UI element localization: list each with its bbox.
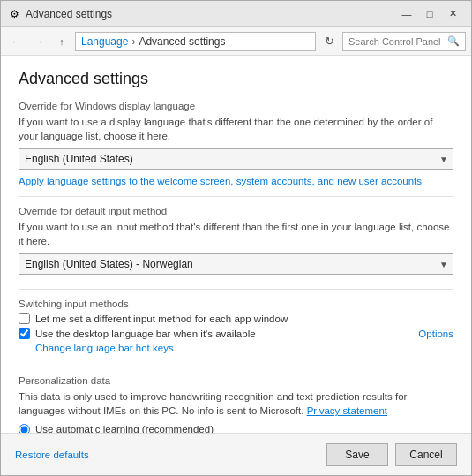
- cancel-button[interactable]: Cancel: [395, 443, 457, 466]
- main-content: Advanced settings Override for Windows d…: [1, 56, 471, 433]
- checkbox-per-app[interactable]: [19, 313, 30, 324]
- input-method-dropdown-wrap: English (United States) - Norwegian ▼: [19, 253, 453, 275]
- radio-row-1: Use automatic learning (recommended): [19, 424, 453, 433]
- display-language-section: Override for Windows display language If…: [19, 101, 453, 197]
- main-window: ⚙ Advanced settings — □ ✕ ← → ↑ Language…: [0, 0, 472, 476]
- input-method-section: Override for default input method If you…: [19, 206, 453, 290]
- forward-button[interactable]: →: [29, 32, 49, 51]
- checkbox-per-app-label: Let me set a different input method for …: [35, 314, 288, 324]
- window-icon: ⚙: [8, 8, 20, 20]
- save-button[interactable]: Save: [326, 443, 388, 466]
- switching-label: Switching input methods: [19, 298, 453, 309]
- breadcrumb-bar[interactable]: Language › Advanced settings: [75, 32, 316, 51]
- title-bar: ⚙ Advanced settings — □ ✕: [1, 1, 471, 27]
- personalization-section: Personalization data This data is only u…: [19, 375, 453, 433]
- options-link[interactable]: Options: [418, 329, 453, 339]
- breadcrumb-language: Language: [81, 35, 128, 48]
- checkbox-desktop-bar[interactable]: [19, 328, 30, 339]
- personalization-desc: This data is only used to improve handwr…: [19, 389, 453, 418]
- display-language-desc: If you want to use a display language th…: [19, 115, 453, 143]
- breadcrumb-current: Advanced settings: [139, 35, 225, 48]
- title-bar-title: Advanced settings: [26, 8, 395, 20]
- apply-language-link[interactable]: Apply language settings to the welcome s…: [19, 176, 422, 186]
- switching-section: Switching input methods Let me set a dif…: [19, 298, 453, 366]
- display-language-dropdown[interactable]: English (United States): [19, 148, 453, 170]
- search-icon: 🔍: [447, 35, 460, 47]
- refresh-button[interactable]: ↻: [319, 32, 339, 51]
- minimize-button[interactable]: —: [395, 4, 418, 24]
- input-method-label: Override for default input method: [19, 206, 453, 216]
- radio-auto-learning[interactable]: [19, 424, 30, 433]
- address-bar: ← → ↑ Language › Advanced settings ↻ 🔍: [1, 27, 471, 56]
- maximize-button[interactable]: □: [418, 4, 441, 24]
- back-button[interactable]: ←: [6, 32, 26, 51]
- footer: Restore defaults Save Cancel: [1, 433, 471, 475]
- input-method-desc: If you want to use an input method that'…: [19, 220, 453, 248]
- search-box[interactable]: 🔍: [342, 32, 466, 51]
- display-language-label: Override for Windows display language: [19, 101, 453, 111]
- restore-defaults-link[interactable]: Restore defaults: [15, 450, 89, 460]
- personalization-label: Personalization data: [19, 375, 453, 386]
- input-method-dropdown[interactable]: English (United States) - Norwegian: [19, 253, 453, 275]
- privacy-link[interactable]: Privacy statement: [307, 405, 387, 416]
- radio-auto-learning-label: Use automatic learning (recommended): [35, 424, 214, 433]
- display-language-dropdown-wrap: English (United States) ▼: [19, 148, 453, 170]
- checkbox-row-1: Let me set a different input method for …: [19, 313, 453, 324]
- search-input[interactable]: [348, 36, 447, 47]
- checkbox-row-2: Use the desktop language bar when it's a…: [19, 328, 453, 339]
- title-bar-controls: — □ ✕: [395, 4, 464, 24]
- page-title: Advanced settings: [19, 70, 453, 88]
- hotkeys-link[interactable]: Change language bar hot keys: [35, 343, 453, 353]
- up-button[interactable]: ↑: [52, 32, 71, 51]
- checkbox-desktop-bar-label: Use the desktop language bar when it's a…: [35, 329, 256, 339]
- close-button[interactable]: ✕: [441, 4, 464, 24]
- footer-buttons: Save Cancel: [326, 443, 457, 466]
